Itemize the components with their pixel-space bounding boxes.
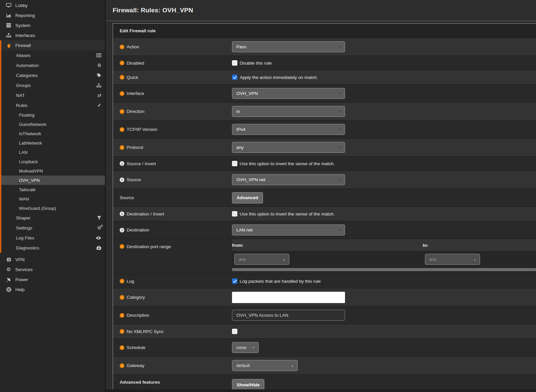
form-row-ip-version: iTCP/IP Version IPv4▾ xyxy=(113,120,536,138)
sidebar-item-interfaces[interactable]: Interfaces xyxy=(0,30,105,40)
sidebar-item-system[interactable]: System xyxy=(0,20,105,30)
sidebar-item-groups[interactable]: Groups xyxy=(1,80,105,90)
form-row-source-invert: iSource / Invert Use this option to inve… xyxy=(113,156,536,171)
life-ring-icon xyxy=(6,287,12,292)
sidebar-item-settings[interactable]: Settings ⚙⚙ xyxy=(1,223,105,233)
source-advanced-button[interactable]: Advanced xyxy=(232,192,263,203)
sidebar-rule-iotnetwork[interactable]: IoTNetwork xyxy=(1,129,105,138)
disabled-checkbox[interactable] xyxy=(232,60,237,66)
edit-firewall-rule-panel: Edit Firewall rule iAction Pass▾ iDisabl… xyxy=(113,23,536,389)
chevron-down-icon: ▾ xyxy=(339,45,341,49)
chevron-down-icon: ▾ xyxy=(339,91,341,96)
horizontal-scrollbar[interactable] xyxy=(232,268,536,271)
sidebar-item-label: Reporting xyxy=(15,13,35,18)
filter-icon xyxy=(97,216,101,220)
form-row-no-xmlrpc-sync: iNo XMLRPC Sync xyxy=(113,324,536,338)
sidebar-rule-labnetwork[interactable]: LabNetwork xyxy=(1,138,105,148)
interface-select[interactable]: OVH_VPN▾ xyxy=(232,88,345,99)
sidebar-rule-wireguard-group[interactable]: WireGuard (Group) xyxy=(1,203,105,213)
sidebar-item-log-files[interactable]: Log Files xyxy=(1,233,105,243)
sidebar-group-firewall: Firewall Aliases Automation ⚙ Categories… xyxy=(0,40,105,253)
area-chart-icon xyxy=(6,13,12,18)
form-row-advanced-features: Advanced features Show/Hide xyxy=(113,374,536,389)
info-icon: i xyxy=(120,228,124,232)
sidebar-rule-loopback[interactable]: Loopback xyxy=(1,157,105,166)
destination-select[interactable]: LAN net▾ xyxy=(232,224,345,235)
chevron-down-icon: ▾ xyxy=(339,109,341,114)
page-header: Firewall: Rules: OVH_VPN xyxy=(106,0,536,21)
info-icon: i xyxy=(120,91,124,96)
info-icon: i xyxy=(120,45,124,49)
sidebar-rule-guestnetwork[interactable]: GuestNetwork xyxy=(1,120,105,129)
category-input[interactable] xyxy=(232,292,345,303)
chevron-down-icon: ▾ xyxy=(339,228,341,232)
source-select[interactable]: OVH_VPN net▾ xyxy=(232,174,345,185)
sidebar-item-vpn[interactable]: VPN xyxy=(0,254,105,264)
sidebar-rule-floating[interactable]: Floating xyxy=(1,110,105,120)
port-from-select[interactable]: any▴ xyxy=(234,254,289,265)
sidebar-rule-lan[interactable]: LAN xyxy=(1,148,105,157)
sidebar-item-aliases[interactable]: Aliases xyxy=(1,50,105,60)
info-icon: i xyxy=(120,345,124,350)
sidebar-item-label: System xyxy=(15,23,30,28)
info-icon: i xyxy=(120,127,124,132)
direction-select[interactable]: in▾ xyxy=(232,106,345,117)
sidebar-item-diagnostics[interactable]: Diagnostics xyxy=(1,243,105,253)
sidebar-rule-tailscale[interactable]: Tailscale xyxy=(1,185,105,194)
opnsense-app: Lobby Reporting System Interfaces xyxy=(0,0,536,392)
schedule-select[interactable]: none▾ xyxy=(232,342,259,353)
page-title: Firewall: Rules: OVH_VPN xyxy=(113,7,193,14)
form-row-schedule: iSchedule none▾ xyxy=(113,338,536,356)
protocol-select[interactable]: any▾ xyxy=(232,142,345,153)
description-input[interactable] xyxy=(232,310,345,321)
sidebar-item-categories[interactable]: Categories xyxy=(1,70,105,80)
chevron-up-icon: ▴ xyxy=(474,257,476,261)
log-checkbox[interactable] xyxy=(232,278,237,284)
sidebar-item-label: Help xyxy=(15,287,25,292)
form-row-destination-invert: iDestination / Invert Use this option to… xyxy=(113,206,536,221)
info-icon: i xyxy=(120,109,124,114)
sitemap-icon xyxy=(96,83,101,88)
form-row-description: iDescription xyxy=(113,306,536,324)
sidebar-item-lobby[interactable]: Lobby xyxy=(0,0,105,10)
sidebar-rule-mullvadvpn[interactable]: MullvadVPN xyxy=(1,166,105,176)
sidebar-item-nat[interactable]: NAT ⇄ xyxy=(1,90,105,100)
gear-icon: ⚙ xyxy=(97,63,101,68)
sidebar-item-services[interactable]: ⚙ Services xyxy=(0,264,105,274)
info-icon: i xyxy=(120,279,124,283)
form-row-destination: iDestination LAN net▾ xyxy=(113,221,536,239)
sidebar-item-label: Interfaces xyxy=(15,33,35,38)
sidebar-item-firewall[interactable]: Firewall xyxy=(1,40,105,50)
form-row-source-advanced: Source Advanced xyxy=(113,189,536,206)
ip-version-select[interactable]: IPv4▾ xyxy=(232,124,345,135)
sidebar: Lobby Reporting System Interfaces xyxy=(0,0,106,392)
sidebar-item-reporting[interactable]: Reporting xyxy=(0,10,105,20)
source-invert-checkbox[interactable] xyxy=(232,161,237,166)
action-select[interactable]: Pass▾ xyxy=(232,41,345,52)
sidebar-rule-wan[interactable]: WAN xyxy=(1,194,105,203)
form-row-gateway: iGateway default▴ xyxy=(113,356,536,374)
eye-icon xyxy=(96,236,101,240)
show-hide-button[interactable]: Show/Hide xyxy=(232,379,264,389)
no-xmlrpc-checkbox[interactable] xyxy=(232,329,237,334)
destination-invert-checkbox[interactable] xyxy=(232,211,237,216)
sidebar-item-power[interactable]: Power xyxy=(0,274,105,284)
form-row-log: iLog Log packets that are handled by thi… xyxy=(113,274,536,288)
info-icon: i xyxy=(120,161,124,166)
quick-checkbox[interactable] xyxy=(232,75,237,80)
port-range-header: from: to: xyxy=(232,239,536,251)
form-row-interface: iInterface OVH_VPN▾ xyxy=(113,84,536,102)
sidebar-item-shaper[interactable]: Shaper xyxy=(1,213,105,223)
form-row-disabled: iDisabled Disable this rule xyxy=(113,56,536,70)
port-to-select[interactable]: any▴ xyxy=(425,254,480,265)
info-icon: i xyxy=(120,244,124,249)
info-icon: i xyxy=(120,329,124,334)
list-alt-icon xyxy=(96,53,101,57)
sidebar-item-label: Firewall xyxy=(15,43,31,48)
info-icon: i xyxy=(120,295,124,300)
sidebar-item-automation[interactable]: Automation ⚙ xyxy=(1,60,105,70)
sidebar-item-help[interactable]: Help xyxy=(0,284,105,294)
gateway-select[interactable]: default▴ xyxy=(232,360,298,371)
sidebar-item-rules[interactable]: Rules ✔ xyxy=(1,100,105,110)
sidebar-rule-ovh-vpn-selected[interactable]: OVH_VPN xyxy=(1,176,105,185)
